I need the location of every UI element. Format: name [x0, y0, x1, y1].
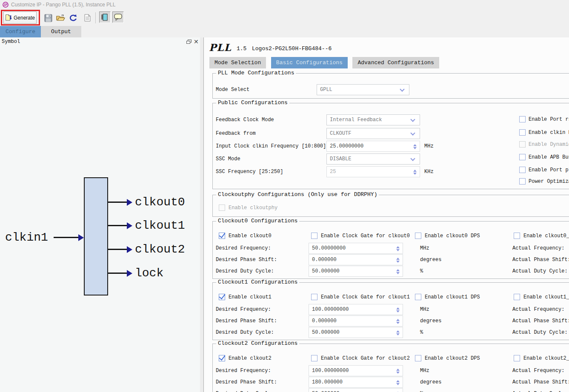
- feedback-clock-mode-dropdown[interactable]: Internal Feedback: [326, 114, 420, 125]
- customize-ip-window: IP Customize IP - Pango PLL (1.5), Insta…: [0, 0, 569, 392]
- reload-button[interactable]: [68, 13, 78, 23]
- ip-logo-icon: IP: [3, 2, 9, 8]
- power-optimization-checkbox[interactable]: [519, 178, 526, 185]
- tab-configure[interactable]: Configure: [0, 26, 41, 37]
- chevron-down-icon: [410, 131, 415, 135]
- desired-frequency-label: Desired Frequency:: [216, 365, 271, 376]
- spin-up-icon[interactable]: [396, 307, 400, 310]
- tab-mode-selection[interactable]: Mode Selection: [209, 57, 266, 68]
- phase-unit: degrees: [420, 315, 441, 327]
- enable-clkin-d-checkbox[interactable]: [519, 129, 526, 136]
- spin-down-icon[interactable]: [396, 272, 400, 274]
- clkout1-dps-checkbox[interactable]: [415, 294, 421, 300]
- feedback-from-dropdown[interactable]: CLKOUTF: [326, 128, 420, 139]
- tab-output[interactable]: Output: [41, 26, 81, 37]
- chevron-down-icon: [400, 87, 404, 91]
- clkout0-n-checkbox[interactable]: [514, 233, 520, 239]
- spin-down-icon[interactable]: [413, 147, 417, 149]
- symbol-view-toggle-button[interactable]: [99, 11, 111, 23]
- enable-apb-bus-checkbox[interactable]: [519, 154, 526, 160]
- clkout1-phase-spinbox[interactable]: 0.000000: [309, 315, 403, 327]
- spin-down-icon[interactable]: [396, 310, 400, 312]
- message-bubble-icon: [114, 13, 123, 21]
- enable-clkoutphy-checkbox: [219, 205, 225, 211]
- clkout1-duty-spinbox[interactable]: 50.000000: [309, 327, 403, 338]
- panel-splitter[interactable]: [200, 37, 203, 392]
- section-title: Clockout1 Configurations: [216, 279, 299, 285]
- generate-button[interactable]: Generate: [3, 11, 37, 24]
- spin-down-icon[interactable]: [396, 249, 400, 251]
- spin-up-icon[interactable]: [396, 269, 400, 271]
- output-arrow-icon: [127, 246, 132, 253]
- clkout0-dps-checkbox[interactable]: [415, 233, 421, 239]
- clkout1-frequency-value: 100.00000000: [312, 307, 349, 312]
- spin-up-icon[interactable]: [396, 380, 400, 382]
- chevron-down-icon: [410, 156, 415, 161]
- clock-gate-clkout2-checkbox[interactable]: [311, 355, 317, 361]
- clkin-frequency-label: Input Clock clkin Frequency [10:800]: [216, 141, 326, 152]
- clock-gate-clkout1-label: Enable Clock Gate for clkout1: [321, 294, 410, 300]
- spin-down-icon[interactable]: [396, 261, 400, 263]
- actual-duty-label: Actual Duty Cycle:: [512, 266, 568, 277]
- spin-up-icon[interactable]: [413, 144, 417, 146]
- enable-clkout0-checkbox[interactable]: [219, 233, 225, 239]
- mode-select-dropdown[interactable]: GPLL: [317, 84, 409, 95]
- view-tab-bar: Configure Output: [0, 26, 569, 37]
- enable-apb-bus-label: Enable APB Bus: [529, 154, 569, 160]
- clkout0-frequency-spinbox[interactable]: 50.00000000: [309, 243, 403, 254]
- desired-duty-label: Desired Duty Cycle:: [216, 388, 274, 392]
- spin-up-icon[interactable]: [396, 258, 400, 260]
- report-button[interactable]: [82, 13, 92, 23]
- spin-up-icon[interactable]: [396, 369, 400, 371]
- spin-down-icon[interactable]: [396, 383, 400, 385]
- desired-frequency-label: Desired Frequency:: [216, 243, 271, 254]
- open-button[interactable]: [55, 13, 66, 23]
- spin-down-icon[interactable]: [396, 333, 400, 335]
- clkout1-duty-value: 50.000000: [312, 330, 340, 335]
- clock-gate-clkout2-label: Enable Clock Gate for clkout2: [321, 355, 410, 361]
- save-button[interactable]: [43, 13, 53, 23]
- input-port-wire: [54, 237, 78, 238]
- clkout0-duty-spinbox[interactable]: 50.000000: [309, 266, 403, 277]
- message-view-toggle-button[interactable]: [112, 11, 124, 23]
- clkout1-n-label: Enable clkout1_n: [523, 294, 569, 300]
- input-arrow-icon: [78, 234, 84, 241]
- enable-port-rs-checkbox[interactable]: [519, 116, 526, 122]
- spin-up-icon[interactable]: [396, 246, 400, 248]
- close-panel-icon[interactable]: ✕: [194, 38, 199, 45]
- enable-port-pl-checkbox[interactable]: [519, 167, 526, 173]
- clock-gate-clkout1-checkbox[interactable]: [311, 294, 317, 300]
- tab-advanced-configurations[interactable]: Advanced Configurations: [352, 57, 439, 68]
- clkout2-dps-checkbox[interactable]: [415, 355, 421, 361]
- spin-down-icon[interactable]: [396, 322, 400, 324]
- ssc-mode-dropdown[interactable]: DISABLE: [326, 153, 420, 165]
- enable-clkout1-checkbox[interactable]: [219, 294, 225, 300]
- clkout2-duty-spinbox[interactable]: 50.000000: [309, 388, 403, 392]
- output-port-wire: [108, 273, 127, 274]
- clkout2-dps-label: Enable clkout2 DPS: [425, 355, 480, 361]
- clkout1-frequency-spinbox[interactable]: 100.00000000: [309, 304, 403, 315]
- generate-icon: [5, 14, 12, 21]
- enable-clkout2-label: Enable clkout2: [229, 355, 272, 361]
- spin-down-icon[interactable]: [396, 372, 400, 374]
- enable-clkout2-checkbox[interactable]: [219, 355, 225, 361]
- feedback-from-value: CLKOUTF: [330, 131, 351, 136]
- clkout2-phase-spinbox[interactable]: 180.000000: [309, 377, 403, 388]
- clkout2-n-checkbox[interactable]: [514, 355, 520, 361]
- clkout0-phase-spinbox[interactable]: 0.000000: [309, 254, 403, 265]
- tab-basic-configurations[interactable]: Basic Configurations: [271, 57, 348, 68]
- power-optimization-label: Power Optimiza: [529, 178, 569, 185]
- clkout2-frequency-value: 100.00000000: [312, 368, 349, 374]
- phase-unit: degrees: [420, 377, 441, 388]
- clkout1-n-checkbox[interactable]: [514, 294, 520, 300]
- clkout1-phase-value: 0.000000: [312, 318, 337, 324]
- output-arrow-icon: [127, 199, 132, 206]
- undock-panel-icon[interactable]: [186, 40, 192, 44]
- spin-up-icon[interactable]: [396, 319, 400, 321]
- clockout0-section: Clockout0 Configurations Enable clkout0 …: [212, 221, 569, 279]
- feedback-clock-mode-value: Internal Feedback: [330, 117, 382, 123]
- clkin-frequency-spinbox[interactable]: 25.00000000: [326, 141, 420, 152]
- clkout2-frequency-spinbox[interactable]: 100.00000000: [309, 365, 403, 376]
- spin-up-icon[interactable]: [396, 330, 400, 332]
- clock-gate-clkout0-checkbox[interactable]: [311, 233, 317, 239]
